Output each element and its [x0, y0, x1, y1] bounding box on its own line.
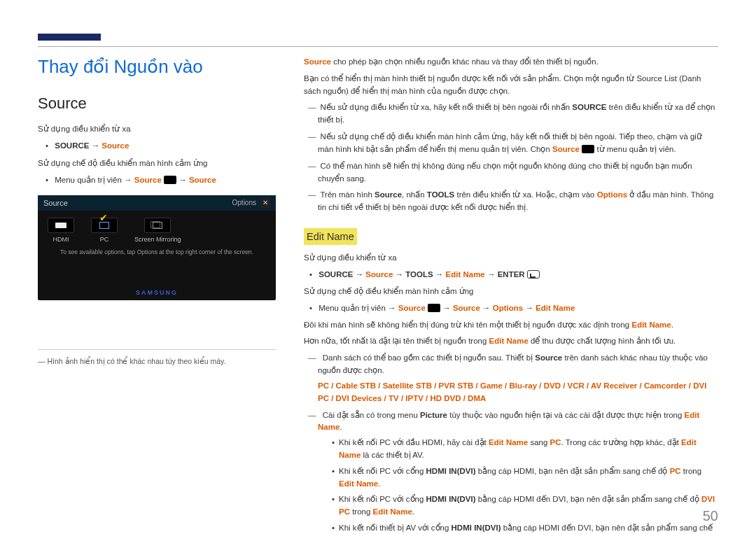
- t: Picture: [420, 411, 447, 419]
- t: Edit Name: [489, 438, 528, 447]
- close-icon[interactable]: ✕: [260, 198, 270, 208]
- path-source-touch: Menu quản trị viên → Source → Source: [43, 174, 276, 186]
- t: , nhấn: [402, 190, 427, 199]
- t: →: [393, 270, 405, 279]
- t: Edit Name: [536, 304, 575, 312]
- t: Khi kết nối PC với đầu HDMI, hãy cài đặt: [339, 438, 489, 447]
- source-screenshot: Source Options ✕ HDMI ✔ PC: [38, 195, 276, 300]
- r-p2: Bạn có thể hiển thị màn hình thiết bị ng…: [304, 73, 718, 98]
- t: HDMI IN(DVI): [426, 467, 476, 475]
- ss-options-label[interactable]: Options: [232, 199, 256, 206]
- t: HDMI IN(DVI): [451, 524, 501, 532]
- content-columns: Thay đổi Nguồn vào Source Sử dụng điều k…: [38, 56, 718, 534]
- r-d4: Trên màn hình Source, nhấn TOOLS trên đi…: [304, 189, 718, 214]
- ss-pc[interactable]: ✔ PC: [91, 218, 118, 243]
- t: HDMI IN(DVI): [426, 495, 476, 503]
- t: từ menu quản trị viên.: [594, 145, 676, 153]
- t: sang: [528, 438, 550, 447]
- heading-edit-name: Edit Name: [304, 228, 357, 245]
- en-remote: Sử dụng điều khiển từ xa: [304, 252, 718, 265]
- r-d3: Có thể màn hình sẽ hiển thị không đúng n…: [304, 160, 718, 185]
- left-text: Sử dụng điều khiển từ xa SOURCE → Source…: [38, 122, 276, 187]
- t: . Trong các trường hợp khác, đặt: [561, 438, 682, 447]
- header-rule: [38, 46, 718, 47]
- t: là các thiết bị AV.: [360, 451, 424, 459]
- sb4: Khi kết nối thiết bị AV với cổng HDMI IN…: [326, 522, 718, 534]
- t: ENTER: [498, 270, 525, 279]
- t: Source: [365, 270, 393, 279]
- t: trong: [681, 467, 701, 475]
- mirror-icon: [144, 218, 171, 233]
- page: Thay đổi Nguồn vào Source Sử dụng điều k…: [0, 0, 756, 534]
- r-p1-source: Source: [304, 57, 331, 66]
- right-column: Source cho phép bạn chọn nhiều nguồn khá…: [304, 56, 718, 534]
- t: để thu được chất lượng hình ảnh tối ưu.: [528, 337, 676, 345]
- header-accent: [38, 34, 101, 41]
- r-dashlist-1: Nếu sử dụng điều khiển từ xa, hãy kết nố…: [304, 101, 718, 214]
- r-d1: Nếu sử dụng điều khiển từ xa, hãy kết nố…: [304, 101, 718, 127]
- t: Cài đặt sẵn có trong menu: [323, 411, 420, 419]
- remote-intro: Sử dụng điều khiển từ xa: [38, 122, 276, 135]
- r-p4: Hơn nữa, tốt nhất là đặt lại tên thiết b…: [304, 335, 718, 348]
- en-bullet1: SOURCE → Source → TOOLS → Edit Name → EN…: [304, 269, 718, 281]
- label-source-caps: SOURCE: [55, 141, 89, 150]
- t: →: [480, 304, 493, 312]
- check-icon: ✔: [99, 212, 108, 223]
- t: Edit Name: [373, 507, 412, 516]
- ss-mirror[interactable]: Screen Mirroring: [134, 218, 181, 243]
- t: .: [412, 507, 414, 516]
- t: Source: [453, 304, 480, 312]
- arrow: →: [89, 141, 102, 150]
- t: Source: [552, 145, 580, 153]
- touch-intro: Sử dụng chế độ điều khiển màn hình cảm ứ…: [38, 157, 276, 169]
- t: Edit Name: [339, 479, 378, 488]
- t: .: [378, 479, 380, 488]
- ss-icons-row: HDMI ✔ PC Screen Mirroring: [38, 211, 276, 246]
- t: Edit Name: [446, 270, 485, 279]
- t: SOURCE: [318, 270, 353, 279]
- page-number: 50: [703, 508, 718, 524]
- ss-top-right: Options ✕: [232, 198, 270, 208]
- r-d5: Danh sách có thể bao gồm các thiết bị ng…: [304, 352, 718, 405]
- ss-pc-label: PC: [100, 236, 109, 243]
- t: .: [671, 321, 673, 329]
- t: Khi kết nối PC với cổng: [339, 495, 426, 503]
- r-dashlist-2: Danh sách có thể bao gồm các thiết bị ng…: [304, 352, 718, 534]
- t: Source: [374, 190, 402, 199]
- r-d6: Cài đặt sẵn có trong menu Picture tùy th…: [304, 409, 718, 534]
- t: Options: [493, 304, 523, 312]
- t: →: [485, 270, 498, 279]
- source-icon: [428, 304, 440, 312]
- t: →: [523, 304, 536, 312]
- label-source-orange-2: Source: [134, 176, 162, 184]
- ss-hdmi[interactable]: HDMI: [48, 218, 74, 243]
- t: Edit Name: [489, 337, 528, 345]
- sb1: Khi kết nối PC với đầu HDMI, hãy cài đặt…: [326, 437, 718, 462]
- t: →: [440, 304, 453, 312]
- t: tùy thuộc vào nguồn hiện tại và các cài …: [447, 411, 685, 419]
- ss-titlebar: Source Options ✕: [38, 195, 276, 211]
- ss-hdmi-label: HDMI: [53, 236, 69, 243]
- r-p1-text: cho phép bạn chọn nhiều nguồn khác nhau …: [331, 57, 598, 66]
- t: Edit Name: [631, 321, 671, 329]
- t: .: [340, 423, 342, 431]
- en-bullet2: Menu quản trị viên → Source → Source → O…: [304, 302, 718, 315]
- t: Trên màn hình: [321, 190, 375, 199]
- sub-bullets: Khi kết nối PC với đầu HDMI, hãy cài đặt…: [326, 437, 718, 534]
- ss-hint: To see available options, tap Options at…: [38, 248, 276, 255]
- ss-mirror-label: Screen Mirroring: [134, 236, 181, 243]
- enter-icon: [527, 270, 540, 279]
- en-bullet2-wrap: Menu quản trị viên → Source → Source → O…: [304, 302, 718, 315]
- t: Options: [597, 190, 627, 199]
- sb3: Khi kết nối PC với cổng HDMI IN(DVI) bằn…: [326, 493, 718, 519]
- sb2: Khi kết nối PC với cổng HDMI IN(DVI) bằn…: [326, 465, 718, 491]
- samsung-logo: SAMSUNG: [136, 289, 178, 296]
- source-icon: [582, 145, 594, 153]
- t: →: [353, 270, 365, 279]
- t: SOURCE: [572, 103, 606, 111]
- t: Nếu sử dụng điều khiển từ xa, hãy kết nố…: [321, 103, 573, 111]
- r-d2: Nếu sử dụng chế độ điều khiển màn hình c…: [304, 131, 718, 156]
- source-icon: [164, 176, 176, 184]
- t: trong: [350, 507, 373, 516]
- t: bằng cáp HDMI, bạn nên đặt sản phẩm sang…: [475, 467, 669, 475]
